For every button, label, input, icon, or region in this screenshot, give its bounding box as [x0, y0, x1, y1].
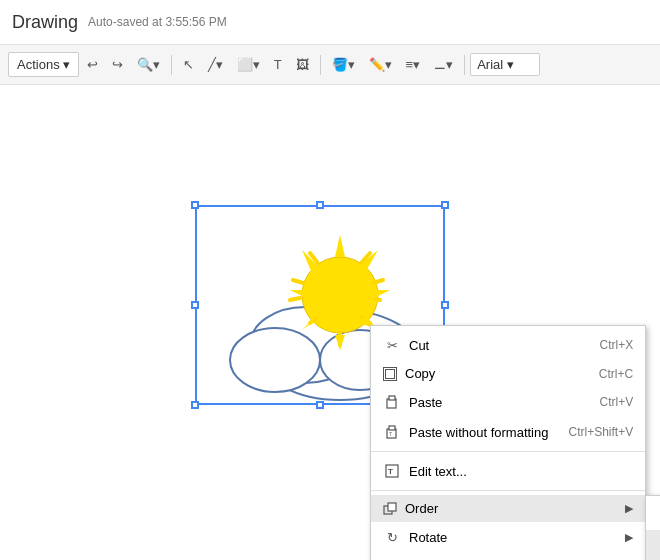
rotate-icon: ↻: [383, 528, 401, 546]
handle-bottom-center[interactable]: [316, 401, 324, 409]
handle-top-right[interactable]: [441, 201, 449, 209]
menu-item-copy[interactable]: Copy Ctrl+C: [371, 360, 645, 387]
cursor-icon: ↖: [183, 57, 194, 72]
menu-divider-1: [371, 451, 645, 452]
submenu-item-bring-front[interactable]: Bring to front Ctrl+Shift+↑: [646, 500, 660, 530]
paste-no-format-shortcut: Ctrl+Shift+V: [568, 425, 633, 439]
svg-marker-15: [335, 235, 345, 257]
paste-icon: [383, 393, 401, 411]
copy-label: Copy: [405, 366, 579, 381]
copy-shortcut: Ctrl+C: [599, 367, 633, 381]
menu-item-center[interactable]: ⊕ Center on page ▶: [371, 552, 645, 560]
handle-middle-left[interactable]: [191, 301, 199, 309]
handle-middle-right[interactable]: [441, 301, 449, 309]
handle-bottom-left[interactable]: [191, 401, 199, 409]
order-icon: [383, 502, 397, 516]
line-weight-button[interactable]: ≡ ▾: [400, 53, 427, 76]
font-label: Arial: [477, 57, 503, 72]
paste-shortcut: Ctrl+V: [599, 395, 633, 409]
canvas-area[interactable]: ✂ Cut Ctrl+X Copy Ctrl+C Paste Ctrl+V: [0, 85, 660, 560]
line-tool-button[interactable]: ╱ ▾: [202, 53, 229, 76]
image-icon: 🖼: [296, 57, 309, 72]
cut-icon: ✂: [383, 336, 401, 354]
title-bar: Drawing Auto-saved at 3:55:56 PM: [0, 0, 660, 45]
toolbar-separator-1: [171, 55, 172, 75]
edit-text-label: Edit text...: [409, 464, 633, 479]
paste-label: Paste: [409, 395, 579, 410]
line-color-dropdown-arrow: ▾: [385, 57, 392, 72]
line-color-icon: ✏️: [369, 57, 385, 72]
font-selector[interactable]: Arial ▾: [470, 53, 540, 76]
line-dash-button[interactable]: ⚊ ▾: [428, 53, 459, 76]
handle-top-left[interactable]: [191, 201, 199, 209]
order-submenu: Bring to front Ctrl+Shift+↑ Bring forwar…: [645, 495, 660, 560]
paste-no-format-icon: T: [383, 423, 401, 441]
shape-dropdown-arrow: ▾: [253, 57, 260, 72]
svg-text:T: T: [388, 467, 393, 476]
fill-color-button[interactable]: 🪣 ▾: [326, 53, 361, 76]
redo-button[interactable]: ↪: [106, 53, 129, 76]
font-dropdown-arrow: ▾: [507, 57, 514, 72]
zoom-icon: 🔍: [137, 57, 153, 72]
select-tool-button[interactable]: ↖: [177, 53, 200, 76]
paste-no-format-label: Paste without formatting: [409, 425, 548, 440]
menu-divider-2: [371, 490, 645, 491]
text-icon: T: [274, 57, 282, 72]
line-dash-icon: ⚊: [434, 57, 446, 72]
rotate-label: Rotate: [409, 530, 617, 545]
drawing-canvas: ✂ Cut Ctrl+X Copy Ctrl+C Paste Ctrl+V: [0, 85, 660, 560]
image-tool-button[interactable]: 🖼: [290, 53, 315, 76]
text-tool-button[interactable]: T: [268, 53, 288, 76]
document-title: Drawing: [12, 12, 78, 33]
menu-item-paste[interactable]: Paste Ctrl+V: [371, 387, 645, 417]
zoom-button[interactable]: 🔍 ▾: [131, 53, 166, 76]
line-dropdown-arrow: ▾: [216, 57, 223, 72]
svg-line-12: [290, 298, 300, 300]
line-dash-dropdown-arrow: ▾: [446, 57, 453, 72]
copy-icon: [383, 367, 397, 381]
svg-line-13: [293, 280, 303, 283]
edit-text-icon: T: [383, 462, 401, 480]
actions-dropdown-arrow: ▾: [63, 57, 70, 72]
submenu-item-bring-forward[interactable]: Bring forward Ctrl+↑ ☞: [646, 530, 660, 560]
undo-button[interactable]: ↩: [81, 53, 104, 76]
toolbar-separator-3: [464, 55, 465, 75]
fill-icon: 🪣: [332, 57, 348, 72]
order-label: Order: [405, 501, 617, 516]
undo-icon: ↩: [87, 57, 98, 72]
actions-label: Actions: [17, 57, 60, 72]
line-weight-icon: ≡: [406, 57, 414, 72]
fill-dropdown-arrow: ▾: [348, 57, 355, 72]
menu-item-edit-text[interactable]: T Edit text...: [371, 456, 645, 486]
handle-top-center[interactable]: [316, 201, 324, 209]
shape-tool-button[interactable]: ⬜ ▾: [231, 53, 266, 76]
redo-icon: ↪: [112, 57, 123, 72]
menu-item-order[interactable]: Order ▶ Bring to front Ctrl+Shift+↑ Brin…: [371, 495, 645, 522]
order-arrow: ▶: [625, 502, 633, 515]
svg-rect-26: [389, 426, 395, 430]
svg-point-2: [230, 328, 320, 392]
svg-rect-31: [388, 503, 396, 511]
shape-icon: ⬜: [237, 57, 253, 72]
cut-label: Cut: [409, 338, 579, 353]
autosave-status: Auto-saved at 3:55:56 PM: [88, 15, 227, 29]
line-icon: ╱: [208, 57, 216, 72]
context-menu: ✂ Cut Ctrl+X Copy Ctrl+C Paste Ctrl+V: [370, 325, 646, 560]
svg-text:T: T: [389, 431, 392, 437]
zoom-dropdown-arrow: ▾: [153, 57, 160, 72]
cut-shortcut: Ctrl+X: [599, 338, 633, 352]
toolbar: Actions ▾ ↩ ↪ 🔍 ▾ ↖ ╱ ▾ ⬜ ▾ T 🖼 🪣 ▾: [0, 45, 660, 85]
toolbar-separator-2: [320, 55, 321, 75]
actions-button[interactable]: Actions ▾: [8, 52, 79, 77]
rotate-arrow: ▶: [625, 531, 633, 544]
line-weight-dropdown-arrow: ▾: [413, 57, 420, 72]
menu-item-cut[interactable]: ✂ Cut Ctrl+X: [371, 330, 645, 360]
menu-item-rotate[interactable]: ↻ Rotate ▶: [371, 522, 645, 552]
line-color-button[interactable]: ✏️ ▾: [363, 53, 398, 76]
svg-rect-24: [389, 396, 395, 400]
menu-item-paste-no-format[interactable]: T Paste without formatting Ctrl+Shift+V: [371, 417, 645, 447]
